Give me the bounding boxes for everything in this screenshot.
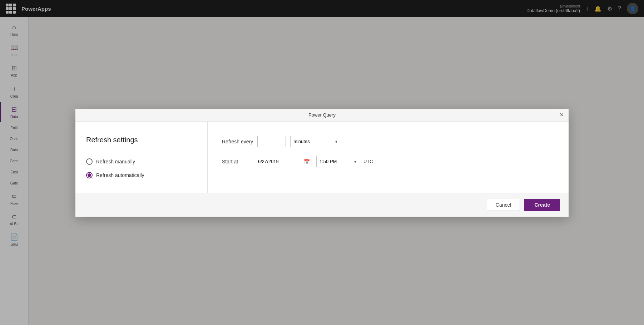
radio-automatically[interactable]: Refresh automatically [86,172,197,178]
dialog-body: Refresh settings Refresh manually Refres… [75,122,569,193]
dialog-header-title: Power Query [308,112,336,118]
start-at-label: Start at [222,159,251,164]
refresh-settings-dialog: Power Query × Refresh settings Refresh m… [75,109,569,217]
radio-manually-circle[interactable] [86,158,93,165]
radio-automatically-label: Refresh automatically [96,172,144,178]
dialog-left-panel: Refresh settings Refresh manually Refres… [75,122,208,193]
refresh-every-row: Refresh every minutes hours days [222,136,554,147]
dialog-footer: Cancel Create [75,193,569,217]
date-input[interactable] [255,156,312,167]
radio-manually-label: Refresh manually [96,159,135,164]
refresh-unit-select-wrapper: minutes hours days [290,136,340,147]
dialog-right-panel: Refresh every minutes hours days Start a… [208,122,569,193]
create-button[interactable]: Create [524,199,560,211]
date-input-wrapper: 📅 [255,156,312,167]
start-at-row: Start at 📅 1:00 PM 1:15 PM 1:30 PM 1:45 … [222,156,554,167]
time-select-wrapper: 1:00 PM 1:15 PM 1:30 PM 1:45 PM 1:50 PM … [316,156,359,167]
radio-manually[interactable]: Refresh manually [86,158,197,165]
refresh-unit-select[interactable]: minutes hours days [290,136,340,147]
dialog-close-button[interactable]: × [560,112,564,118]
radio-automatically-circle[interactable] [86,172,93,178]
dialog-title: Refresh settings [86,136,197,144]
cancel-button[interactable]: Cancel [487,199,520,211]
time-select[interactable]: 1:00 PM 1:15 PM 1:30 PM 1:45 PM 1:50 PM … [316,156,359,167]
refresh-every-label: Refresh every [222,139,253,144]
utc-label: UTC [363,159,373,164]
refresh-every-input[interactable] [257,136,286,147]
dialog-header-bar: Power Query × [75,109,569,122]
